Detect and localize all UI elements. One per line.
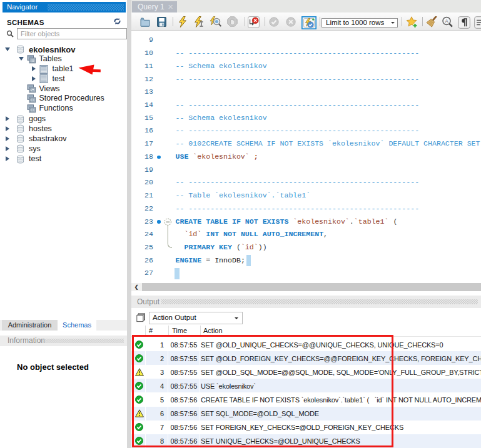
svg-text:A: A xyxy=(445,18,448,24)
